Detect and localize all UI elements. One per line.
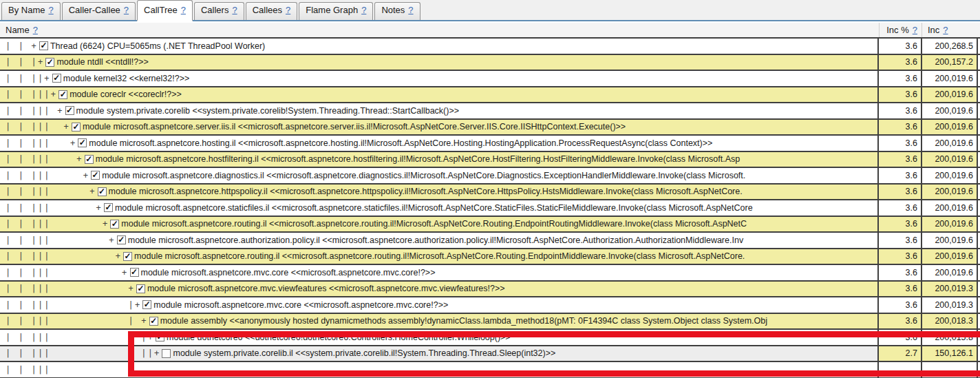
tree-indent-markers[interactable]: | | |||+ (0, 90, 57, 99)
table-row[interactable]: | | ||| + ✓ module system.private.coreli… (0, 103, 980, 120)
table-row[interactable]: | | ||| + ✓ module microsoft.aspnetcore.… (0, 120, 980, 136)
table-row[interactable]: | | ||| + ✓ module microsoft.aspnetcore.… (0, 200, 980, 217)
table-row[interactable]: | | + ✓ Thread (6624) CPU=5065ms (.NET T… (0, 39, 980, 55)
table-row[interactable]: | | |+ ✓ module ntdll <<ntdll!?>> 3.6 20… (0, 55, 980, 72)
tree-indent-markers[interactable]: | | ||| + (0, 122, 70, 132)
tree-indent-markers[interactable]: | | ||| + (0, 138, 76, 148)
tree-indent-markers[interactable]: | | ||| (0, 365, 51, 375)
row-checkbox[interactable]: ✓ (130, 268, 139, 277)
name-cell: | | |||+ ✓ module coreclr <<coreclr!?>> (0, 87, 879, 103)
tab-by-name[interactable]: By Name? (1, 2, 61, 20)
row-label: Thread (6624) CPU=5065ms (.NET ThreadPoo… (50, 41, 265, 51)
checkmark-icon: ✓ (72, 123, 79, 130)
tab-help-link[interactable]: ? (232, 5, 237, 15)
tree-indent-markers[interactable]: | | ||| + (0, 268, 129, 277)
tree-indent-markers[interactable]: | | ||| + (0, 154, 83, 164)
row-checkbox[interactable]: ✓ (52, 74, 61, 83)
tab-callers[interactable]: Callers? (194, 2, 244, 20)
tree-indent-markers[interactable]: | | + (0, 41, 38, 51)
tree-indent-markers[interactable]: | | ||| + (0, 235, 116, 245)
table-row[interactable]: | | ||| + ✓ module microsoft.aspnetcore.… (0, 217, 980, 233)
tree-indent-markers[interactable]: | | ||| + (0, 171, 89, 180)
tab-label: CallTree (144, 5, 178, 15)
tree-indent-markers[interactable]: | | ||| + (0, 284, 135, 293)
checkmark-icon: ✓ (144, 301, 151, 308)
tree-indent-markers[interactable]: | | ||| + (0, 187, 96, 196)
tab-callees[interactable]: Callees? (246, 2, 298, 20)
tab-label: Notes (381, 5, 405, 15)
table-row[interactable]: | | ||| + ✓ module microsoft.aspnetcore.… (0, 249, 980, 266)
table-row[interactable]: | | ||| (0, 362, 980, 378)
inc-pct-cell: 3.6 (879, 297, 922, 313)
row-checkbox[interactable]: ✓ (45, 58, 54, 67)
tree-indent-markers[interactable]: | | ||| + (0, 219, 109, 229)
inc-cell: 200,019.6 (922, 71, 978, 86)
tree-indent-markers[interactable]: | | ||| ||+ (0, 348, 160, 358)
row-label: module coreclr <<coreclr!?>> (70, 90, 182, 99)
table-row[interactable]: | | |||+ ✓ module coreclr <<coreclr!?>> … (0, 87, 980, 104)
name-cell: | | ||| + ✓ module microsoft.aspnetcore.… (0, 168, 879, 183)
row-checkbox[interactable]: ✓ (65, 106, 74, 115)
row-label: module microsoft.aspnetcore.staticfiles.… (115, 203, 753, 213)
row-checkbox[interactable]: ✓ (91, 171, 100, 180)
column-header-inc[interactable]: Inc ? (922, 23, 978, 37)
table-row[interactable]: | | ||| + ✓ module microsoft.aspnetcore.… (0, 168, 980, 185)
name-cell: | | ||| + ✓ module microsoft.aspnetcore.… (0, 217, 879, 232)
table-row[interactable]: | | ||| ||+ module system.private.coreli… (0, 346, 980, 363)
row-checkbox[interactable]: ✓ (156, 333, 164, 342)
table-row[interactable]: | | ||| + ✓ module microsoft.aspnetcore.… (0, 282, 980, 298)
tab-notes[interactable]: Notes? (374, 2, 420, 20)
row-checkbox[interactable]: ✓ (39, 41, 48, 50)
tree-indent-markers[interactable]: | | ||| |+ (0, 300, 141, 310)
tab-help-link[interactable]: ? (361, 5, 366, 15)
tab-help-link[interactable]: ? (48, 5, 53, 15)
tree-indent-markers[interactable]: | | ||| | + (0, 316, 148, 326)
tab-help-link[interactable]: ? (286, 5, 290, 15)
table-row[interactable]: | | ||| + ✓ module microsoft.aspnetcore.… (0, 152, 980, 169)
inc-pct-cell: 3.6 (879, 265, 922, 280)
column-header-inc-pct[interactable]: Inc % ? (880, 23, 922, 37)
tree-indent-markers[interactable]: | | ||| |+ (0, 333, 154, 342)
checkmark-icon: ✓ (111, 220, 118, 227)
table-row[interactable]: | | ||| + ✓ module microsoft.aspnetcore.… (0, 265, 980, 282)
row-checkbox[interactable]: ✓ (136, 284, 145, 293)
table-row[interactable]: | | ||| |+ ✓ module microsoft.aspnetcore… (0, 297, 980, 314)
table-row[interactable]: | | ||| + ✓ module microsoft.aspnetcore.… (0, 233, 980, 249)
row-checkbox[interactable]: ✓ (72, 123, 81, 132)
tree-rows: | | + ✓ Thread (6624) CPU=5065ms (.NET T… (0, 39, 980, 378)
table-row[interactable]: | | ||| + ✓ module microsoft.aspnetcore.… (0, 136, 980, 152)
tab-flame-graph[interactable]: Flame Graph? (299, 2, 373, 20)
name-help-link[interactable]: ? (33, 25, 38, 35)
row-checkbox[interactable]: ✓ (117, 235, 126, 244)
tree-indent-markers[interactable]: | | ||+ (0, 74, 51, 83)
tree-indent-markers[interactable]: | | ||| + (0, 203, 103, 213)
table-row[interactable]: | | ||| | + ✓ module assembly <<anonymou… (0, 314, 980, 330)
row-checkbox[interactable]: ✓ (78, 138, 87, 147)
row-checkbox[interactable]: ✓ (110, 220, 119, 229)
row-label: module microsoft.aspnetcore.server.iis.i… (83, 122, 626, 132)
table-row[interactable]: | | ||| + ✓ module microsoft.aspnetcore.… (0, 185, 980, 201)
tab-caller-callee[interactable]: Caller-Callee? (62, 2, 136, 20)
name-column-label: Name (6, 25, 30, 35)
tab-calltree[interactable]: CallTree? (137, 0, 193, 21)
tree-indent-markers[interactable]: | | ||| + (0, 106, 64, 116)
tree-indent-markers[interactable]: | | |+ (0, 57, 44, 67)
name-cell: | | ||| + ✓ module system.private.coreli… (0, 103, 879, 118)
row-checkbox[interactable]: ✓ (142, 300, 151, 309)
row-checkbox[interactable]: ✓ (98, 187, 107, 196)
row-checkbox[interactable] (162, 349, 171, 358)
tab-help-link[interactable]: ? (181, 5, 186, 15)
row-checkbox[interactable]: ✓ (123, 252, 132, 261)
row-checkbox[interactable]: ✓ (58, 90, 67, 99)
table-row[interactable]: | | ||+ ✓ module kernel32 <<kernel32!?>>… (0, 71, 980, 87)
row-checkbox[interactable]: ✓ (104, 203, 113, 212)
tab-help-link[interactable]: ? (124, 5, 129, 15)
tree-indent-markers[interactable]: | | ||| + (0, 251, 122, 261)
tab-help-link[interactable]: ? (408, 5, 413, 15)
row-checkbox[interactable]: ✓ (149, 317, 158, 326)
inc-pct-help-link[interactable]: ? (913, 25, 917, 35)
table-row[interactable]: | | ||| |+ ✓ module dotnetcore6 <<dotnet… (0, 330, 980, 346)
inc-help-link[interactable]: ? (943, 25, 948, 35)
row-checkbox[interactable]: ✓ (85, 155, 94, 164)
column-header-name[interactable]: Name ? (0, 23, 880, 37)
